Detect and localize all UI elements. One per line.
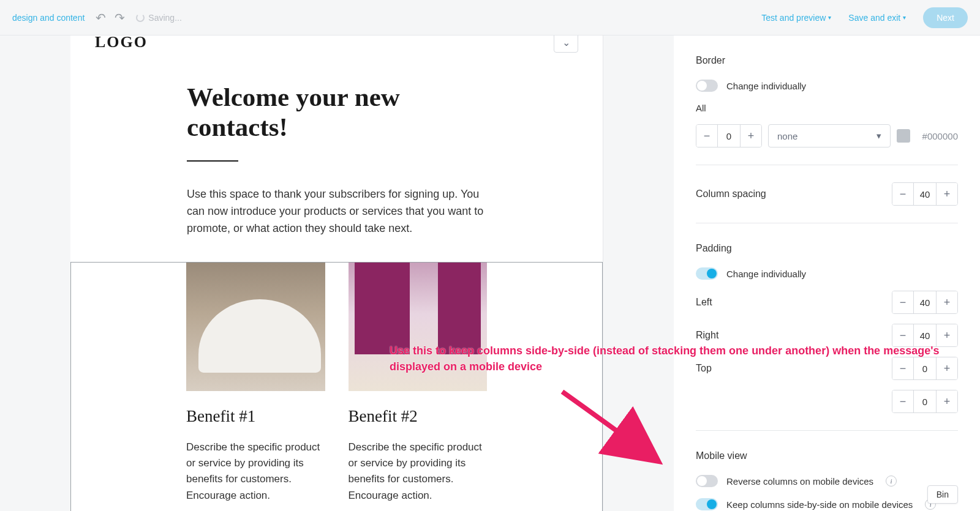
border-individually-toggle[interactable] <box>696 80 718 92</box>
topbar: design and content ↶ ↷ Saving... Test an… <box>0 0 980 35</box>
minus-icon[interactable]: − <box>696 125 717 147</box>
toggle-label: Keep columns side-by-side on mobile devi… <box>726 499 913 510</box>
border-all-label: All <box>696 103 958 113</box>
toggle-label: Change individually <box>726 81 806 91</box>
keep-columns-toggle[interactable] <box>696 498 718 510</box>
divider <box>187 160 238 162</box>
saving-status: Saving... <box>136 13 181 23</box>
plus-icon[interactable]: + <box>937 183 957 205</box>
main: LOGO ⌄ Welcome your new contacts! Use th… <box>0 35 980 511</box>
benefit-desc[interactable]: Describe the specific product or service… <box>349 439 488 504</box>
reverse-columns-toggle[interactable] <box>696 475 718 487</box>
topbar-left: design and content ↶ ↷ Saving... <box>12 10 182 25</box>
minus-icon[interactable]: − <box>892 291 913 313</box>
border-style-select[interactable]: none ▾ <box>768 124 891 147</box>
selected-columns-block[interactable]: Benefit #1 Describe the specific product… <box>70 262 603 511</box>
toggle-label: Reverse columns on mobile devices <box>726 476 873 487</box>
padding-top-row: Top − 0 + <box>696 357 958 380</box>
section-divider <box>696 165 958 165</box>
redo-icon[interactable]: ↷ <box>115 10 125 25</box>
chevron-down-icon: ⌄ <box>562 37 570 48</box>
toggle-label: Change individually <box>726 269 806 279</box>
padding-individually-toggle[interactable] <box>696 267 718 280</box>
padding-left-row: Left − 40 + <box>696 291 958 314</box>
padding-bottom-stepper[interactable]: − 0 + <box>892 390 958 413</box>
padding-left-stepper[interactable]: − 40 + <box>892 291 958 314</box>
column-spacing-value[interactable]: 40 <box>913 183 937 205</box>
reverse-columns-row: Reverse columns on mobile devices i <box>696 475 958 487</box>
benefit-title[interactable]: Benefit #2 <box>349 407 488 426</box>
undo-icon[interactable]: ↶ <box>96 10 106 25</box>
benefit-image-1[interactable] <box>186 263 325 391</box>
plus-icon[interactable]: + <box>741 125 761 147</box>
keep-columns-row: Keep columns side-by-side on mobile devi… <box>696 498 958 510</box>
spinner-icon <box>136 13 145 22</box>
plus-icon[interactable]: + <box>937 324 957 346</box>
bin-button[interactable]: Bin <box>927 485 958 504</box>
border-width-stepper[interactable]: − 0 + <box>696 124 762 147</box>
column-spacing-row: Column spacing − 40 + <box>696 182 958 206</box>
border-controls: − 0 + none ▾ #000000 <box>696 124 958 147</box>
plus-icon[interactable]: + <box>937 390 957 412</box>
breadcrumb-link[interactable]: design and content <box>12 13 85 23</box>
padding-section-title: Padding <box>696 243 958 254</box>
padding-right-label: Right <box>696 330 718 341</box>
save-exit-button[interactable]: Save and exit ▾ <box>848 13 906 23</box>
section-divider <box>696 223 958 223</box>
minus-icon[interactable]: − <box>892 390 913 412</box>
history-icons: ↶ ↷ <box>96 10 125 25</box>
properties-sidebar: Border Change individually All − 0 + non… <box>674 35 980 511</box>
border-section-title: Border <box>696 55 958 66</box>
benefit-desc[interactable]: Describe the specific product or service… <box>186 439 325 504</box>
border-color-value: #000000 <box>922 131 958 141</box>
minus-icon[interactable]: − <box>892 324 913 346</box>
benefit-title[interactable]: Benefit #1 <box>186 407 325 426</box>
padding-top-label: Top <box>696 363 712 374</box>
block-options-button[interactable]: ⌄ <box>554 35 578 53</box>
email-canvas[interactable]: LOGO ⌄ Welcome your new contacts! Use th… <box>70 35 603 511</box>
mobile-section-title: Mobile view <box>696 450 958 461</box>
chevron-down-icon: ▾ <box>828 14 831 21</box>
border-width-value[interactable]: 0 <box>717 125 741 147</box>
save-exit-label: Save and exit <box>848 13 900 23</box>
info-icon[interactable]: i <box>886 476 897 487</box>
padding-left-label: Left <box>696 297 712 308</box>
padding-right-value[interactable]: 40 <box>913 324 937 346</box>
benefit-image-2[interactable] <box>349 263 488 391</box>
padding-left-value[interactable]: 40 <box>913 291 937 313</box>
padding-individually-row: Change individually <box>696 267 958 280</box>
logo-row: LOGO ⌄ <box>70 35 603 59</box>
plus-icon[interactable]: + <box>937 291 957 313</box>
next-button[interactable]: Next <box>923 7 968 28</box>
border-color-swatch[interactable] <box>897 129 910 143</box>
saving-label: Saving... <box>148 13 181 23</box>
minus-icon[interactable]: − <box>892 183 913 205</box>
padding-bottom-value[interactable]: 0 <box>913 390 937 412</box>
padding-top-value[interactable]: 0 <box>913 357 937 379</box>
topbar-right: Test and preview ▾ Save and exit ▾ Next <box>761 7 968 28</box>
column-spacing-label: Column spacing <box>696 188 766 200</box>
hero-headline[interactable]: Welcome your new contacts! <box>187 82 486 142</box>
hero-block[interactable]: Welcome your new contacts! Use this spac… <box>70 59 603 262</box>
border-style-value: none <box>777 131 797 141</box>
minus-icon[interactable]: − <box>892 357 913 379</box>
padding-top-stepper[interactable]: − 0 + <box>892 357 958 380</box>
canvas-area[interactable]: LOGO ⌄ Welcome your new contacts! Use th… <box>0 35 674 511</box>
plus-icon[interactable]: + <box>937 357 957 379</box>
chevron-down-icon: ▾ <box>876 130 881 141</box>
padding-right-stepper[interactable]: − 40 + <box>892 324 958 347</box>
benefit-column-2[interactable]: Benefit #2 Describe the specific product… <box>349 263 488 511</box>
benefit-column-1[interactable]: Benefit #1 Describe the specific product… <box>186 263 325 511</box>
padding-right-row: Right − 40 + <box>696 324 958 347</box>
hero-intro[interactable]: Use this space to thank your subscribers… <box>187 186 486 237</box>
test-preview-label: Test and preview <box>761 13 826 23</box>
chevron-down-icon: ▾ <box>903 14 906 21</box>
border-individually-row: Change individually <box>696 80 958 92</box>
logo-text[interactable]: LOGO <box>95 35 148 51</box>
benefits-row: Benefit #1 Describe the specific product… <box>71 263 602 511</box>
padding-bottom-row: − 0 + <box>696 390 958 413</box>
column-spacing-stepper[interactable]: − 40 + <box>892 182 958 206</box>
section-divider <box>696 430 958 431</box>
test-preview-button[interactable]: Test and preview ▾ <box>761 13 831 23</box>
